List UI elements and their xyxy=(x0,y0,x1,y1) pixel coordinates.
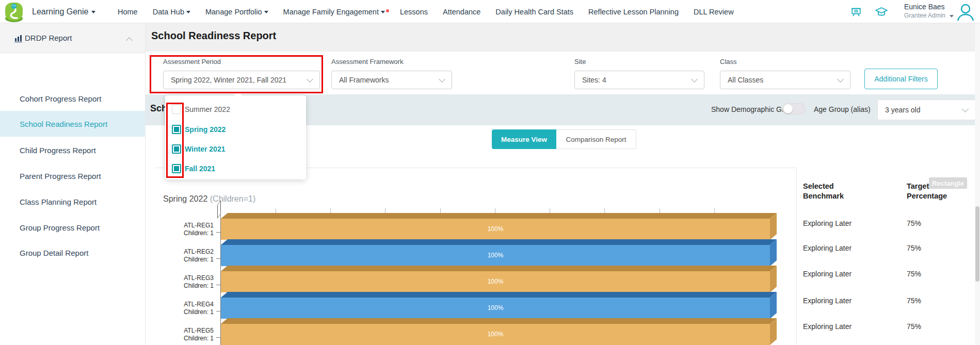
class-select[interactable]: All Classes xyxy=(720,71,850,89)
axis-label-tick xyxy=(216,311,221,311)
chevron-down-icon xyxy=(439,76,445,83)
dropdown-option-fall-2021[interactable]: Fall 2021 xyxy=(172,163,215,174)
target-value: 75% xyxy=(907,322,921,331)
additional-filters-button[interactable]: Additional Filters xyxy=(864,69,938,89)
nav-item-lessons[interactable]: Lessons xyxy=(400,8,428,16)
checkbox-icon[interactable] xyxy=(172,144,181,154)
toggle-knob xyxy=(783,104,793,113)
nav-icon-group xyxy=(850,0,888,23)
bar-3d-top xyxy=(221,213,777,219)
benchmark-value: Exploring Later xyxy=(803,322,852,331)
bar-atl-reg4[interactable]: 100% xyxy=(221,298,770,319)
user-menu[interactable]: Eunice Baes Grantee Admin xyxy=(904,2,949,20)
age-group-select[interactable]: 3 years old xyxy=(877,100,975,120)
presentation-board-icon[interactable] xyxy=(850,6,862,18)
sidebar-item-child-progress-report[interactable]: Child Progress Report xyxy=(0,137,145,163)
user-name: Eunice Baes xyxy=(904,2,949,11)
brand-menu[interactable]: Learning Genie xyxy=(32,0,95,23)
school-readiness-report-page: Learning Genie Home Data Hub Manage Port… xyxy=(0,0,980,345)
nav-item-data-hub[interactable]: Data Hub xyxy=(153,8,190,16)
bar-chart-plot: 100% 100% 100% 100% 100% xyxy=(221,168,770,345)
assessment-period-select[interactable]: Spring 2022, Winter 2021, Fall 2021 xyxy=(163,71,320,89)
nav-menu: Home Data Hub Manage Portfolio Manage Fa… xyxy=(118,0,734,23)
sidebar-item-group-detail-report[interactable]: Group Detail Report xyxy=(0,240,145,266)
page-title: School Readiness Report xyxy=(151,30,276,42)
bar-3d-top xyxy=(221,292,777,298)
nav-item-daily-health-card-stats[interactable]: Daily Health Card Stats xyxy=(495,8,573,16)
checkbox-icon[interactable] xyxy=(172,164,181,173)
tab-measure-view[interactable]: Measure View xyxy=(492,129,556,149)
bar-atl-reg2[interactable]: 100% xyxy=(221,245,770,266)
nav-item-attendance[interactable]: Attendance xyxy=(443,8,480,16)
bar-value-label: 100% xyxy=(221,271,770,292)
bar-3d-cap xyxy=(770,213,777,240)
selected-benchmark-header: Selected Benchmark xyxy=(803,182,855,201)
dropdown-option-summer-2022[interactable]: Summer 2022 xyxy=(172,104,230,115)
bar-value-label: 100% xyxy=(221,298,770,319)
chevron-down-icon xyxy=(837,76,844,83)
tab-comparison-report[interactable]: Comparison Report xyxy=(556,129,636,149)
show-demographic-graph-toggle[interactable] xyxy=(782,103,806,114)
graduation-cap-icon[interactable] xyxy=(875,6,888,18)
sidebar-item-class-planning-report[interactable]: Class Planning Report xyxy=(0,189,145,215)
target-value: 75% xyxy=(907,270,921,278)
bar-label: ATL-REG3Children: 1 xyxy=(144,274,214,290)
chevron-down-icon xyxy=(381,11,385,13)
sidebar-item-group-progress-report[interactable]: Group Progress Report xyxy=(0,215,145,240)
bar-label: ATL-REG4Children: 1 xyxy=(144,301,214,316)
site-value: Sites: 4 xyxy=(582,76,606,84)
benchmark-value: Exploring Later xyxy=(803,270,852,278)
bar-atl-reg5[interactable]: 100% xyxy=(221,324,770,345)
sidebar-item-parent-progress-report[interactable]: Parent Progress Report xyxy=(0,163,145,189)
sidebar-group-drdp-report[interactable]: DRDP Report xyxy=(0,23,145,53)
assessment-framework-select[interactable]: All Frameworks xyxy=(331,71,452,89)
checkbox-icon[interactable] xyxy=(172,125,181,134)
chevron-down-icon xyxy=(186,11,190,13)
dropdown-option-spring-2022[interactable]: Spring 2022 xyxy=(172,124,226,135)
benchmark-value: Exploring Later xyxy=(803,244,852,252)
nav-item-manage-family-engagement[interactable]: Manage Family Engagement xyxy=(283,8,385,16)
sidebar-item-cohort-progress-report[interactable]: Cohort Progress Report xyxy=(0,86,145,111)
dropdown-option-winter-2021[interactable]: Winter 2021 xyxy=(172,143,225,155)
site-select[interactable]: Sites: 4 xyxy=(574,71,704,89)
sidebar-item-school-readiness-report[interactable]: School Readiness Report xyxy=(0,111,145,137)
target-value: 75% xyxy=(907,219,921,227)
bar-3d-cap xyxy=(770,266,777,292)
user-avatar-icon[interactable] xyxy=(956,2,975,22)
chevron-down-icon xyxy=(264,11,268,13)
scrollbar-thumb[interactable] xyxy=(975,206,979,282)
learning-genie-logo-icon[interactable] xyxy=(4,2,24,22)
top-navbar: Learning Genie Home Data Hub Manage Port… xyxy=(0,0,980,23)
bar-value-label: 100% xyxy=(221,219,770,240)
assessment-framework-value: All Frameworks xyxy=(339,76,389,84)
axis-label-tick xyxy=(216,232,221,233)
chevron-down-icon xyxy=(91,11,95,13)
chevron-down-icon xyxy=(962,106,969,112)
target-value: 75% xyxy=(907,244,921,252)
collapse-chevron-icon[interactable] xyxy=(127,36,133,42)
bar-3d-cap xyxy=(770,292,777,319)
assessment-period-dropdown-panel: Summer 2022 Spring 2022 Winter 2021 Fall… xyxy=(165,95,306,179)
bar-atl-reg3[interactable]: 100% xyxy=(221,271,770,292)
bar-label: ATL-REG1Children: 1 xyxy=(144,222,214,237)
bar-atl-reg1[interactable]: 100% xyxy=(221,219,770,240)
scrollbar-track[interactable] xyxy=(975,23,980,345)
bar-3d-cap xyxy=(770,318,777,345)
nav-item-dll-review[interactable]: DLL Review xyxy=(694,8,734,16)
site-label: Site xyxy=(574,58,586,65)
brand-label: Learning Genie xyxy=(32,7,88,17)
age-group-value: 3 years old xyxy=(885,106,920,114)
bar-3d-top xyxy=(221,266,777,271)
sidebar: DRDP Report Cohort Progress Report Schoo… xyxy=(0,23,146,345)
assessment-period-value: Spring 2022, Winter 2021, Fall 2021 xyxy=(171,76,286,84)
axis-label-tick xyxy=(216,285,221,285)
class-label: Class xyxy=(720,58,737,65)
bar-3d-top xyxy=(221,318,777,324)
nav-item-reflective-lesson-planning[interactable]: Reflective Lesson Planning xyxy=(588,8,679,16)
nav-item-home[interactable]: Home xyxy=(118,8,138,16)
assessment-framework-label: Assessment Framework xyxy=(331,58,403,65)
checkbox-icon[interactable] xyxy=(172,105,181,114)
card-divider xyxy=(796,168,797,345)
chevron-down-icon[interactable] xyxy=(950,10,954,20)
nav-item-manage-portfolio[interactable]: Manage Portfolio xyxy=(205,8,268,16)
